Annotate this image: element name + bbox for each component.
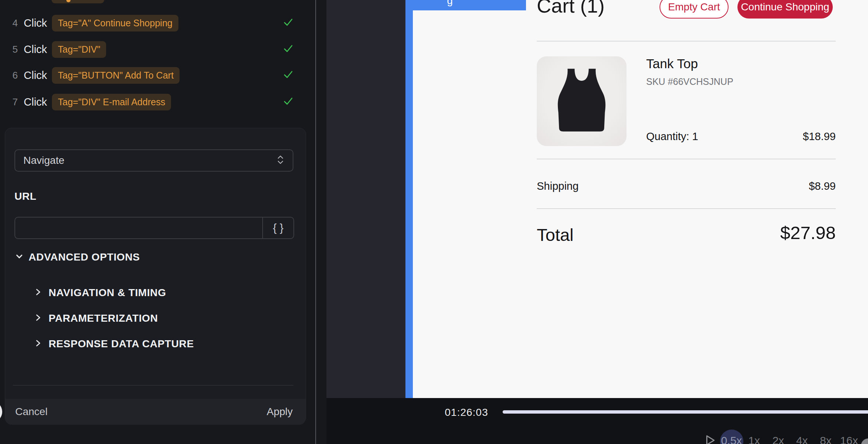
step-target-badge[interactable]: Tag="A" Continue Shopping	[52, 15, 178, 32]
step-success-check-icon	[283, 18, 293, 28]
player-settings-icon[interactable]	[861, 438, 868, 444]
product-image-tank-top	[537, 56, 627, 146]
continue-shopping-button[interactable]: Continue Shopping	[737, 0, 833, 19]
step-target-badge[interactable]: Tag="BUTTON" Add To Cart	[52, 67, 180, 84]
url-field-label: URL	[14, 190, 36, 202]
step-row-5[interactable]: 5 Click Tag="DIV"	[0, 40, 315, 58]
badge-text-fragment	[66, 0, 70, 2]
product-name: Tank Top	[646, 56, 698, 71]
chevron-down-icon	[15, 252, 23, 262]
tank-top-graphic	[546, 66, 617, 136]
select-updown-icon	[276, 155, 285, 166]
step-3-partial-badge	[52, 0, 104, 3]
step-success-check-icon	[283, 97, 293, 107]
replay-editor-window: 4 Click Tag="A" Continue Shopping 5 Clic…	[0, 0, 868, 444]
header-divider	[537, 41, 836, 42]
total-price: $27.98	[780, 222, 836, 243]
step-number: 6	[8, 70, 18, 81]
section-label: PARAMETERIZATION	[49, 312, 158, 324]
product-quantity: Quantity: 1	[646, 130, 698, 143]
advanced-options-toggle[interactable]: ADVANCED OPTIONS	[15, 251, 140, 263]
shipping-label: Shipping	[537, 180, 579, 192]
step-target-badge[interactable]: Tag="DIV" E-mail Address	[52, 94, 171, 110]
step-action-label: Click	[24, 43, 47, 56]
element-highlight-left-edge	[405, 0, 413, 398]
speed-option-16x[interactable]: 16x	[840, 434, 858, 444]
sidebar-resize-handle[interactable]	[315, 0, 316, 444]
replay-timestamp: 01:26:03	[445, 407, 488, 418]
total-label: Total	[537, 225, 573, 245]
speed-option-2x[interactable]: 2x	[772, 434, 784, 444]
chevron-right-icon	[34, 288, 42, 298]
shipping-price: $8.99	[809, 180, 836, 192]
chevron-right-icon	[34, 339, 42, 349]
step-number: 4	[8, 17, 18, 29]
advanced-options-label: ADVANCED OPTIONS	[29, 251, 140, 263]
action-type-select[interactable]: Navigate	[14, 149, 293, 172]
steps-sidebar: 4 Click Tag="A" Continue Shopping 5 Clic…	[0, 0, 326, 444]
action-type-value: Navigate	[23, 155, 276, 166]
browser-page	[405, 0, 868, 398]
floating-help-button[interactable]	[0, 401, 2, 423]
section-parameterization[interactable]: PARAMETERIZATION	[34, 312, 158, 324]
section-navigation-timing[interactable]: NAVIGATION & TIMING	[34, 287, 166, 299]
empty-cart-label: Empty Cart	[668, 1, 720, 13]
panel-divider	[13, 385, 293, 385]
chevron-right-icon	[34, 314, 42, 323]
section-label: NAVIGATION & TIMING	[49, 287, 166, 299]
apply-button[interactable]: Apply	[267, 406, 293, 418]
continue-shopping-label: Continue Shopping	[741, 1, 829, 13]
step-row-7[interactable]: 7 Click Tag="DIV" E-mail Address	[0, 93, 315, 111]
product-price: $18.99	[803, 130, 836, 143]
step-row-4[interactable]: 4 Click Tag="A" Continue Shopping	[0, 14, 315, 32]
step-action-label: Click	[24, 17, 47, 29]
step-success-check-icon	[283, 70, 293, 80]
curly-braces-icon: { }	[273, 222, 283, 234]
step-action-label: Click	[24, 69, 47, 82]
speed-option-8x[interactable]: 8x	[820, 434, 832, 444]
replay-progress-bar[interactable]	[503, 410, 868, 414]
play-icon[interactable]	[703, 434, 716, 444]
section-label: RESPONSE DATA CAPTURE	[49, 338, 194, 350]
url-input-group: { }	[14, 217, 294, 239]
speed-option-0-5x[interactable]: 0.5x	[721, 434, 742, 444]
speed-option-4x[interactable]: 4x	[796, 434, 808, 444]
step-number: 7	[8, 96, 18, 108]
panel-footer: Cancel Apply	[5, 399, 306, 425]
speed-option-1x[interactable]: 1x	[748, 434, 760, 444]
replay-player-bar: 01:26:03 0.5x 1x 2x 4x 8x 16x	[326, 398, 868, 444]
cart-page-title: Cart (1)	[537, 0, 605, 17]
highlighted-header-text-fragment: g	[447, 0, 453, 7]
step-target-badge[interactable]: Tag="DIV"	[52, 41, 106, 58]
step-action-label: Click	[24, 96, 47, 108]
product-sku: SKU #66VCHSJNUP	[646, 76, 733, 87]
step-editor-panel: Navigate URL { } ADVANCED OPTIONS	[5, 128, 306, 424]
empty-cart-button[interactable]: Empty Cart	[660, 0, 729, 19]
shipping-divider	[537, 208, 836, 209]
step-success-check-icon	[283, 44, 293, 54]
section-response-data-capture[interactable]: RESPONSE DATA CAPTURE	[34, 338, 194, 350]
item-divider	[537, 159, 836, 159]
step-row-6[interactable]: 6 Click Tag="BUTTON" Add To Cart	[0, 66, 315, 84]
element-highlight-header: g	[405, 0, 526, 10]
url-input[interactable]	[15, 218, 262, 238]
cancel-button[interactable]: Cancel	[15, 406, 47, 418]
step-number: 5	[8, 44, 18, 55]
insert-variable-button[interactable]: { }	[262, 218, 293, 238]
